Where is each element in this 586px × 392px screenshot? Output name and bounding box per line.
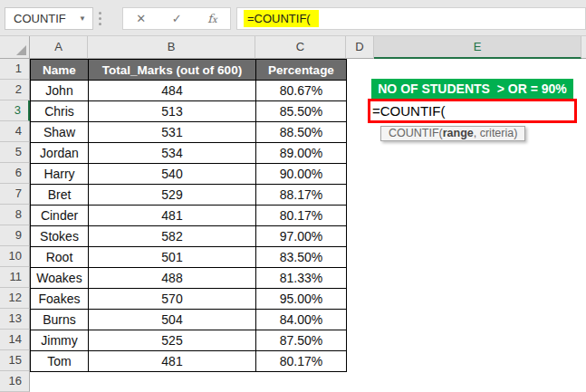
table-cell[interactable]: Jimmy [31, 330, 89, 351]
column-header-b[interactable]: B [88, 36, 255, 59]
table-cell[interactable]: 525 [89, 330, 256, 351]
table-cell[interactable]: Cinder [31, 206, 89, 226]
cell-e3-active-formula[interactable]: =COUNTIF( [368, 99, 577, 123]
table-cell[interactable]: 89.00% [256, 143, 347, 164]
table-row: Root50183.50% [31, 247, 347, 268]
column-header-e[interactable]: E [374, 36, 581, 59]
formula-text-highlighted: =COUNTIF( [244, 10, 319, 27]
row-header-16[interactable]: 16 [0, 371, 30, 392]
table-cell[interactable]: 501 [89, 247, 256, 268]
table-cell[interactable]: 88.17% [256, 185, 347, 206]
row-header-6[interactable]: 6 [0, 163, 30, 184]
row-header-3[interactable]: 3 [0, 100, 30, 121]
table-cell[interactable]: 95.00% [256, 289, 347, 310]
row-header-10[interactable]: 10 [0, 246, 30, 267]
column-header-c[interactable]: C [255, 36, 346, 59]
table-cell[interactable]: 80.17% [256, 206, 347, 226]
table-cell[interactable]: 80.67% [256, 81, 347, 101]
table-cell[interactable]: 481 [89, 351, 256, 372]
table-cell[interactable]: 481 [89, 206, 256, 226]
column-header-d[interactable]: D [346, 36, 374, 59]
row-header-12[interactable]: 12 [0, 288, 30, 309]
table-cell[interactable]: 83.50% [256, 247, 347, 268]
table-cell[interactable]: 84.00% [256, 310, 347, 330]
table-cell[interactable]: Shaw [31, 122, 89, 143]
table-cell[interactable]: 529 [89, 185, 256, 206]
row-header-4[interactable]: 4 [0, 121, 30, 142]
table-row: Jimmy52587.50% [31, 330, 347, 351]
row-header-11[interactable]: 11 [0, 267, 30, 288]
table-cell[interactable]: Chris [31, 101, 89, 122]
table-cell[interactable]: Bret [31, 185, 89, 206]
table-cell[interactable]: Stokes [31, 226, 89, 247]
row-header-7[interactable]: 7 [0, 184, 30, 205]
table-row: John48480.67% [31, 81, 347, 101]
table-cell[interactable]: 534 [89, 143, 256, 164]
select-all-triangle-icon [16, 45, 26, 55]
table-row: Burns50484.00% [31, 310, 347, 330]
table-row: Foakes57095.00% [31, 289, 347, 310]
table-cell[interactable]: Harry [31, 164, 89, 185]
function-hint-tooltip: COUNTIF(range, criteria) [380, 126, 525, 141]
table-cell[interactable]: 81.33% [256, 268, 347, 289]
row-header-8[interactable]: 8 [0, 205, 30, 225]
table-row: Harry54090.00% [31, 164, 347, 185]
table-cell[interactable]: 582 [89, 226, 256, 247]
table-cell[interactable]: 513 [89, 101, 256, 122]
marks-table: NameTotal_Marks (out of 600)Percentage J… [30, 59, 347, 372]
table-cell[interactable]: Tom [31, 351, 89, 372]
table-cell[interactable]: John [31, 81, 89, 101]
insert-function-icon[interactable]: fx [207, 12, 216, 25]
table-cell[interactable]: 484 [89, 81, 256, 101]
table-row: Shaw53188.50% [31, 122, 347, 143]
table-cell[interactable]: 540 [89, 164, 256, 185]
table-row: Chris51385.50% [31, 101, 347, 122]
table-cell[interactable]: Jordan [31, 143, 89, 164]
row-header-5[interactable]: 5 [0, 142, 30, 163]
table-cell[interactable]: Woakes [31, 268, 89, 289]
table-cell[interactable]: 531 [89, 122, 256, 143]
table-cell[interactable]: 88.50% [256, 122, 347, 143]
table-cell[interactable]: Foakes [31, 289, 89, 310]
table-column-header[interactable]: Name [31, 60, 89, 81]
cancel-icon[interactable]: ✕ [136, 12, 146, 25]
formula-buttons: ✕ ✓ fx [122, 7, 231, 30]
table-row: Bret52988.17% [31, 185, 347, 206]
row-header-14[interactable]: 14 [0, 330, 30, 350]
table-cell[interactable]: 504 [89, 310, 256, 330]
table-cell[interactable]: Root [31, 247, 89, 268]
row-header-1[interactable]: 1 [0, 59, 30, 80]
table-column-header[interactable]: Percentage [256, 60, 347, 81]
table-cell[interactable]: 97.00% [256, 226, 347, 247]
row-header-15[interactable]: 15 [0, 350, 30, 371]
column-header-a[interactable]: A [30, 36, 88, 59]
cell-e2-title[interactable]: NO OF STUDENTS > OR = 90% [371, 79, 573, 99]
table-row: Tom48180.17% [31, 351, 347, 372]
table-cell[interactable]: 570 [89, 289, 256, 310]
cell-e3-formula-text: =COUNTIF( [370, 101, 574, 120]
table-cell[interactable]: 80.17% [256, 351, 347, 372]
table-cell[interactable]: 85.50% [256, 101, 347, 122]
name-box[interactable]: COUNTIF ▼ [5, 7, 93, 30]
table-cell[interactable]: 87.50% [256, 330, 347, 351]
formula-toolbar: COUNTIF ▼ ✕ ✓ fx =COUNTIF( [0, 0, 586, 36]
table-column-header[interactable]: Total_Marks (out of 600) [89, 60, 256, 81]
table-cell[interactable]: 488 [89, 268, 256, 289]
name-box-dropdown-icon[interactable]: ▼ [79, 8, 86, 29]
table-header-row: NameTotal_Marks (out of 600)Percentage [31, 60, 347, 81]
table-row: Stokes58297.00% [31, 226, 347, 247]
table-row: Jordan53489.00% [31, 143, 347, 164]
table-row: Cinder48180.17% [31, 206, 347, 226]
row-header-13[interactable]: 13 [0, 309, 30, 330]
table-row: Woakes48881.33% [31, 268, 347, 289]
name-box-value: COUNTIF [14, 12, 66, 25]
row-header-9[interactable]: 9 [0, 225, 30, 246]
column-header-sliver [581, 36, 586, 59]
formula-bar-input[interactable]: =COUNTIF( [236, 7, 586, 30]
table-cell[interactable]: 90.00% [256, 164, 347, 185]
select-all-button[interactable] [0, 36, 30, 59]
enter-icon[interactable]: ✓ [172, 12, 182, 25]
toolbar-separator [99, 12, 101, 25]
row-header-2[interactable]: 2 [0, 80, 30, 100]
table-cell[interactable]: Burns [31, 310, 89, 330]
